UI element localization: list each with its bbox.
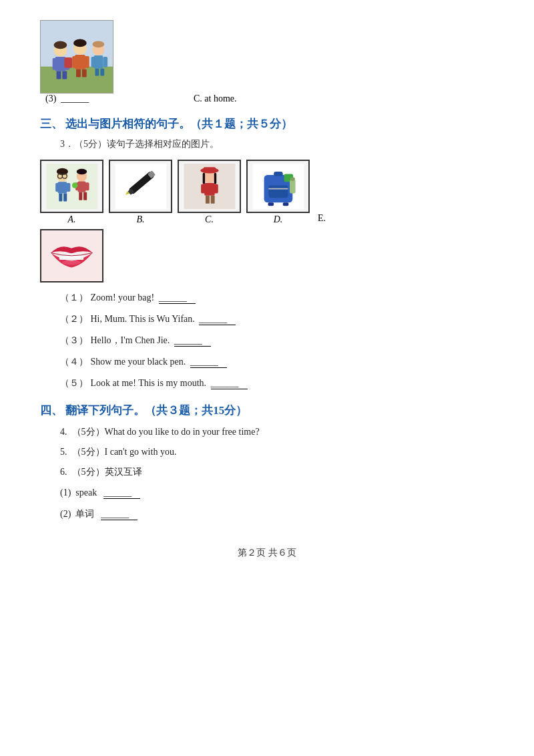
image-label-d: D. bbox=[274, 214, 283, 225]
svg-point-72 bbox=[63, 260, 81, 265]
svg-rect-28 bbox=[55, 183, 59, 192]
image-label-c: C. bbox=[205, 214, 214, 225]
sub-q3-blank: ______ bbox=[174, 335, 211, 347]
svg-rect-31 bbox=[63, 193, 67, 201]
svg-rect-15 bbox=[82, 69, 87, 77]
image-box-b bbox=[109, 160, 172, 213]
page-footer: 第２页 共６页 bbox=[40, 547, 494, 559]
svg-rect-66 bbox=[282, 202, 288, 206]
sub-q3-text: Hello，I'm Chen Jie. bbox=[91, 335, 170, 345]
sub-trans1-text: speak bbox=[75, 488, 97, 498]
top-image-label3: (3) ______ bbox=[45, 93, 100, 104]
section4-header-text: 四、 翻译下列句子。（共３题；共15分） bbox=[40, 404, 247, 417]
sub-q-3: （３） Hello，I'm Chen Jie. ______ bbox=[60, 335, 494, 347]
sub-trans1-blank: ______ bbox=[103, 488, 140, 499]
svg-rect-68 bbox=[290, 180, 296, 194]
sub-trans2-blank: ______ bbox=[101, 509, 138, 520]
sub-q-2: （２） Hi, Mum. This is Wu Yifan. ______ bbox=[60, 313, 494, 325]
sub-q3-id: （３） bbox=[60, 335, 88, 345]
sub-questions-section3: （１） Zoom! your bag! ______ （２） Hi, Mum. … bbox=[60, 292, 494, 389]
sub-q-4: （４） Show me your black pen. ______ bbox=[60, 356, 494, 368]
image-item-b: B. bbox=[109, 160, 172, 225]
svg-rect-8 bbox=[62, 71, 67, 79]
q6-id: 6. bbox=[60, 467, 67, 477]
svg-rect-53 bbox=[202, 172, 204, 184]
svg-point-22 bbox=[54, 41, 67, 49]
image-label-b: B. bbox=[136, 214, 144, 225]
svg-point-23 bbox=[73, 39, 87, 47]
images-row: A. B. bbox=[40, 160, 494, 225]
footer-text: 第２页 共６页 bbox=[238, 548, 296, 558]
svg-rect-5 bbox=[53, 58, 58, 70]
q4-text: （5分）What do you like to do in your free … bbox=[72, 427, 260, 437]
q6-text: （5分）英汉互译 bbox=[72, 467, 142, 477]
svg-rect-7 bbox=[57, 71, 61, 79]
svg-rect-14 bbox=[76, 69, 81, 77]
svg-rect-54 bbox=[214, 172, 216, 184]
svg-rect-13 bbox=[84, 56, 89, 68]
top-photo-image bbox=[40, 20, 113, 93]
image-box-c bbox=[178, 160, 241, 213]
svg-point-32 bbox=[56, 168, 67, 175]
svg-rect-30 bbox=[59, 193, 62, 201]
sub-q2-id: （２） bbox=[60, 314, 88, 324]
svg-rect-52 bbox=[203, 167, 216, 173]
svg-rect-25 bbox=[46, 164, 97, 209]
svg-rect-57 bbox=[213, 184, 218, 194]
svg-rect-12 bbox=[72, 56, 77, 68]
sub-trans2-text: 单词 bbox=[75, 509, 94, 519]
svg-point-24 bbox=[93, 41, 105, 47]
sub-q5-text: Look at me! This is my mouth. bbox=[91, 378, 207, 388]
sub-q5-blank: ______ bbox=[211, 378, 248, 389]
sub-q5-id: （５） bbox=[60, 378, 88, 388]
image-item-c: C. bbox=[178, 160, 241, 225]
sub-trans2-id: (2) bbox=[60, 509, 71, 519]
svg-rect-18 bbox=[91, 57, 96, 67]
q5-text: （5分）I can't go with you. bbox=[72, 447, 177, 457]
sub-q4-id: （４） bbox=[60, 357, 88, 367]
svg-rect-65 bbox=[268, 202, 274, 206]
svg-rect-40 bbox=[79, 192, 82, 200]
sub-q-1: （１） Zoom! your bag! ______ bbox=[60, 292, 494, 304]
image-box-a bbox=[40, 160, 103, 213]
svg-rect-9 bbox=[64, 57, 72, 68]
image-e-section bbox=[40, 229, 494, 282]
svg-rect-39 bbox=[85, 182, 89, 190]
image-box-d bbox=[246, 160, 310, 213]
section3-header-text: 三、 选出与图片相符的句子。（共１题；共５分） bbox=[40, 116, 292, 132]
svg-rect-59 bbox=[210, 196, 214, 204]
q4-id: 4. bbox=[60, 427, 67, 437]
svg-rect-29 bbox=[66, 183, 70, 192]
svg-point-42 bbox=[76, 168, 86, 174]
svg-point-43 bbox=[71, 182, 77, 188]
svg-rect-41 bbox=[83, 192, 87, 200]
top-image-section: (3) ______ C. at home. bbox=[40, 20, 494, 104]
sub-q1-id: （１） bbox=[60, 293, 88, 303]
image-item-a: A. bbox=[40, 160, 103, 225]
sub-q-5: （５） Look at me! This is my mouth. ______ bbox=[60, 377, 494, 389]
q3-intro: 3．（5分）读句子选择相对应的图片。 bbox=[60, 138, 494, 150]
svg-rect-62 bbox=[274, 172, 283, 176]
sub-trans-1: (1) speak ______ bbox=[60, 488, 494, 499]
svg-rect-19 bbox=[103, 57, 107, 67]
image-item-d: D. bbox=[246, 160, 310, 225]
section3-header: 三、 选出与图片相符的句子。（共１题；共５分） bbox=[40, 116, 494, 132]
sub-q1-text: Zoom! your bag! bbox=[91, 293, 155, 303]
svg-rect-63 bbox=[268, 185, 288, 198]
sub-q1-blank: ______ bbox=[159, 293, 196, 304]
top-blank: ______ bbox=[61, 93, 89, 104]
sub-q4-blank: ______ bbox=[190, 357, 227, 368]
image-label-e: E. bbox=[318, 213, 326, 225]
sub-trans-2: (2) 单词 ______ bbox=[60, 508, 494, 520]
svg-rect-21 bbox=[100, 69, 104, 76]
image-box-e bbox=[40, 229, 103, 282]
q5-id: 5. bbox=[60, 447, 67, 457]
section4-header: 四、 翻译下列句子。（共３题；共15分） bbox=[40, 403, 494, 418]
sub-translations: (1) speak ______ (2) 单词 ______ bbox=[60, 488, 494, 520]
sub-q2-blank: ______ bbox=[199, 314, 236, 325]
sub-q2-text: Hi, Mum. This is Wu Yifan. bbox=[91, 314, 195, 324]
label3-text: (3) bbox=[45, 93, 56, 104]
svg-rect-56 bbox=[201, 184, 206, 194]
image-label-a: A. bbox=[67, 214, 75, 225]
svg-rect-71 bbox=[59, 253, 83, 260]
